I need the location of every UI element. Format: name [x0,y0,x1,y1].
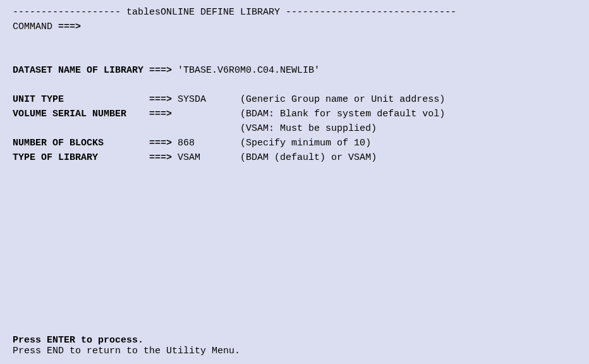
unit-type-hint: (Generic Group name or Unit address) [240,94,445,105]
arrow-icon: ===> [149,94,172,105]
terminal-screen: ------------------- tablesONLINE DEFINE … [0,0,589,170]
end-instruction: Press END to return to the Utility Menu. [13,346,240,356]
footer: Press ENTER to process. Press END to ret… [13,335,240,356]
number-of-blocks-hint: (Specify minimum of 10) [240,138,371,149]
volume-serial-hint2-row: (VSAM: Must be supplied) [13,121,576,136]
enter-instruction: Press ENTER to process. [13,335,240,346]
unit-type-row[interactable]: UNIT TYPE ===> SYSDA (Generic Group name… [13,92,576,107]
arrow-icon: ===> [149,152,172,163]
arrow-icon: ===> [149,65,172,76]
indent [13,123,178,134]
dataset-name-label: DATASET NAME OF LIBRARY [13,65,149,76]
command-label: COMMAND [13,21,58,32]
title-bar: ------------------- tablesONLINE DEFINE … [13,5,576,20]
volume-serial-hint2 [200,123,240,134]
volume-serial-row[interactable]: VOLUME SERIAL NUMBER ===> (BDAM: Blank f… [13,107,576,121]
volume-serial-hint: (BDAM: Blank for system default vol) [240,109,445,119]
number-of-blocks-label: NUMBER OF BLOCKS [13,138,149,149]
volume-serial-label: VOLUME SERIAL NUMBER [13,109,149,119]
number-of-blocks-input[interactable]: 868 [172,138,240,149]
type-of-library-row[interactable]: TYPE OF LIBRARY ===> VSAM (BDAM (default… [13,150,576,165]
number-of-blocks-row[interactable]: NUMBER OF BLOCKS ===> 868 (Specify minim… [13,136,576,150]
type-of-library-label: TYPE OF LIBRARY [13,152,149,163]
type-of-library-input[interactable]: VSAM [172,152,240,163]
unit-type-label: UNIT TYPE [13,94,149,105]
volume-serial-hint2-text: (VSAM: Must be supplied) [240,123,377,134]
arrow-placeholder [178,123,200,134]
command-arrow: ===> [58,21,81,32]
type-of-library-hint: (BDAM (default) or VSAM) [240,152,377,163]
volume-serial-input[interactable] [172,109,240,119]
dataset-name-row[interactable]: DATASET NAME OF LIBRARY ===> 'TBASE.V6R0… [13,63,576,78]
arrow-icon: ===> [149,109,172,119]
command-line[interactable]: COMMAND ===> [13,20,576,34]
unit-type-input[interactable]: SYSDA [172,94,240,105]
dataset-name-input[interactable]: 'TBASE.V6R0M0.C04.NEWLIB' [172,65,320,76]
arrow-icon: ===> [149,138,172,149]
